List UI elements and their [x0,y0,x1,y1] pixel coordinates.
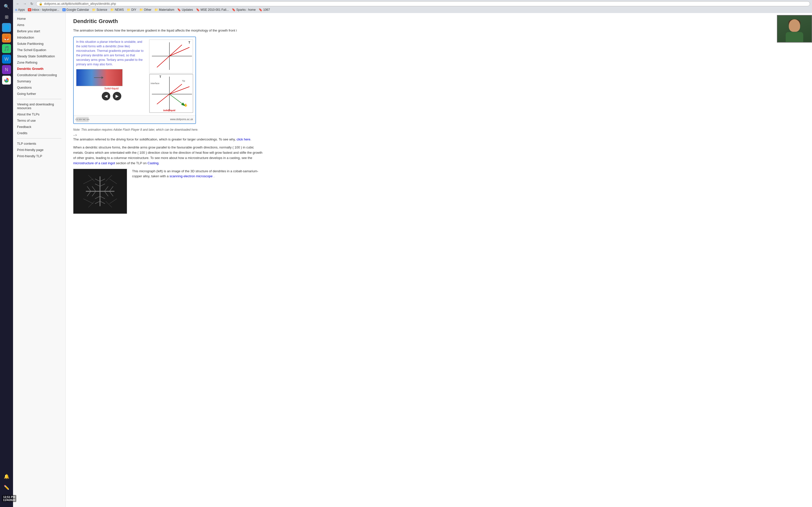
micrograph-section: This micrograph (left) is an image of th… [73,169,264,214]
nav-going-further[interactable]: Going further [13,91,65,97]
bookmark-sparks[interactable]: 🔖 Sparks : home [232,8,256,11]
sem-link[interactable]: scanning electron microscope [169,174,212,178]
upper-graph: T [149,40,193,73]
nav-scheil-equation[interactable]: The Scheil Equation [13,47,65,53]
anim-left: In this situation a planar interface is … [76,40,147,113]
person-body [786,32,803,42]
bookmark-other[interactable]: 📁 Other [139,8,151,11]
webcam-person [777,15,812,42]
pen-icon[interactable]: ✏️ [2,483,11,492]
anim-inner: In this situation a planar interface is … [74,37,196,115]
bookmark-news-label: NEWS [115,8,124,11]
taskbar-icon-7[interactable] [2,75,11,84]
nav-credits[interactable]: Credits [13,130,65,136]
anim-controls: ◀ ▶ [76,92,147,100]
nav-constitutional-undercooling[interactable]: Constitutional Undercooling [13,72,65,78]
bookmark-calendar[interactable]: G Google Calendar [62,8,89,11]
svg-point-1 [5,79,7,81]
svg-line-14 [169,94,185,105]
bookmark-mse[interactable]: 🔖 MSE 2010-001 Fall... [196,8,229,11]
arrow-text: --> [73,133,264,137]
nav-aims[interactable]: Aims [13,22,65,28]
svg-text:Solid|liquid: Solid|liquid [163,109,175,112]
nav-print-page[interactable]: Print-friendly page [13,147,65,153]
nav-questions[interactable]: Questions [13,84,65,91]
nav-home[interactable]: Home [13,15,65,22]
click-here-link-1[interactable]: click here [237,137,250,141]
bookmark-inbox-label: Inbox - taylordspar... [32,8,59,11]
taskbar-icon-4[interactable]: 🎵 [2,44,11,53]
bookmark-news[interactable]: 📁 NEWS [110,8,124,11]
webcam-overlay [777,15,812,43]
bookmark-1067[interactable]: 🔖 1067 [259,8,270,11]
svg-text:Tip: Tip [182,79,185,82]
os-sidebar: 🔍 ⊞ 🌐 🦊 🎵 W N 🔔 ✏️ › [0,0,13,507]
cast-ingot-link[interactable]: microstructure of a cast ingot [73,161,115,165]
micrograph-caption: This micrograph (left) is an image of th… [132,169,264,178]
bookmark-materialism[interactable]: 📁 Materialism [154,8,174,11]
svg-text:✋: ✋ [184,103,188,107]
person-head [789,19,800,32]
nav-summary[interactable]: Summary [13,78,65,84]
page-intro: The animation below shows how the temper… [73,28,264,33]
search-icon[interactable]: 🔍 [2,2,11,11]
url-text: doitpoms.ac.uk/tlplib/solidification_all… [44,2,116,5]
bookmark-diy-label: DIY [131,8,136,11]
nav-about-tlps[interactable]: About the TLPs [13,111,65,117]
taskbar-icon-6[interactable]: N [2,65,11,74]
page-content: Dendritic Growth The animation below sho… [66,13,271,507]
nav-zone-refining[interactable]: Zone Refining [13,59,65,66]
forward-button[interactable]: → [22,1,28,6]
bookmarks-bar: ⊞ Apps M Inbox - taylordspar... G Google… [15,7,810,12]
casting-link[interactable]: Casting [148,161,159,165]
time-display: 12:51 PM11/4/2020 [2,495,16,502]
site-brand-label: www.doitpoms.ac.uk [170,118,193,121]
bookmark-science[interactable]: 📁 Science [92,8,107,11]
nav-sidebar: Home Aims Before you start Introduction … [13,13,66,507]
taskbar-icon-2[interactable]: 🌐 [2,23,11,32]
svg-text:T: T [159,75,161,78]
bookmark-apps[interactable]: ⊞ Apps [15,8,25,11]
bookmark-inbox[interactable]: M Inbox - taylordspar... [28,8,59,11]
bookmark-science-label: Science [97,8,107,11]
browser-chrome: ← → ↻ 🔒 doitpoms.ac.uk/tlplib/solidifica… [13,0,812,13]
nav-feedback[interactable]: Feedback [13,124,65,130]
nav-divider-1 [17,99,61,99]
taskbar-icon-3[interactable]: 🦊 [2,34,11,43]
nav-print-tlp[interactable]: Print-friendly TLP [13,153,65,159]
bookmark-updates[interactable]: 🔖 Updates [177,8,193,11]
anim-footer: CC BY NC SA www.doitpoms.ac.uk [74,115,196,123]
bookmark-calendar-label: Google Calendar [66,8,89,11]
nav-tlp-contents[interactable]: TLP contents [13,140,65,147]
nav-dendritic-growth[interactable]: Dendritic Growth [13,66,65,72]
nav-solute-partitioning[interactable]: Solute Partitioning [13,41,65,47]
svg-line-5 [169,47,190,56]
cc-badge: CC BY NC SA [76,117,89,122]
para1-text: The animation referred to the driving fo… [73,137,264,142]
upper-graph-t-label: T [189,41,190,44]
bookmark-materialism-label: Materialism [159,8,174,11]
notification-icon[interactable]: 🔔 [2,472,11,481]
back-button[interactable]: ← [15,1,20,6]
browser-nav: ← → ↻ 🔒 doitpoms.ac.uk/tlplib/solidifica… [15,1,810,6]
nav-terms-of-use[interactable]: Terms of use [13,117,65,124]
refresh-button[interactable]: ↻ [29,1,35,6]
play-back-button[interactable]: ◀ [102,92,110,100]
lock-icon: 🔒 [39,2,43,5]
bookmark-other-label: Other [144,8,151,11]
bookmark-mse-label: MSE 2010-001 Fall... [201,8,229,11]
taskbar-icon-1[interactable]: ⊞ [2,12,11,21]
animation-box: In this situation a planar interface is … [73,37,196,124]
bookmark-1067-label: 1067 [263,8,270,11]
nav-viewing-resources[interactable]: Viewing and downloading resources [13,101,65,111]
url-bar[interactable]: 🔒 doitpoms.ac.uk/tlplib/solidification_a… [36,1,810,6]
nav-steady-state[interactable]: Steady State Solidification [13,53,65,59]
lower-graph: T Interface Tip [149,74,193,113]
svg-line-13 [169,87,190,94]
play-forward-button[interactable]: ▶ [113,92,121,100]
nav-introduction[interactable]: Introduction [13,34,65,41]
taskbar-icon-5[interactable]: W [2,55,11,64]
svg-text:Interface: Interface [151,82,159,84]
bookmark-diy[interactable]: 📁 DIY [127,8,136,11]
nav-before-you-start[interactable]: Before you start [13,28,65,34]
